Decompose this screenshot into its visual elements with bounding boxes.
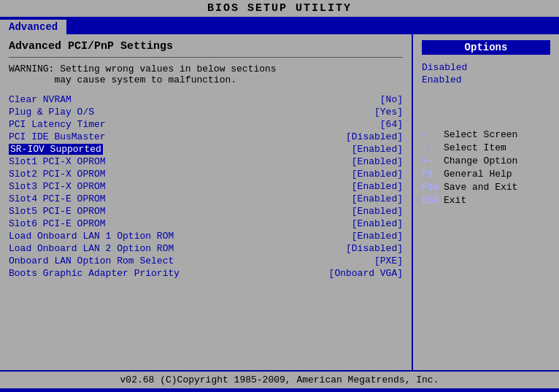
key-row: F1General Help: [422, 169, 550, 180]
setting-row[interactable]: PCI IDE BusMaster[Disabled]: [9, 131, 403, 142]
options-list: DisabledEnabled: [422, 62, 550, 85]
key-row: ↑↓Select Item: [422, 142, 550, 153]
tab-row: Advanced: [0, 17, 559, 34]
setting-name: Load Onboard LAN 1 Option ROM: [9, 231, 174, 242]
setting-name: Slot5 PCI-E OPROM: [9, 206, 106, 217]
setting-row[interactable]: Load Onboard LAN 2 Option ROM[Disabled]: [9, 243, 403, 254]
setting-name: Boots Graphic Adapter Priority: [9, 268, 180, 279]
right-panel: Options DisabledEnabled ↔Select Screen↑↓…: [413, 34, 559, 370]
option-item[interactable]: Disabled: [422, 62, 550, 73]
key-row: ↔Select Screen: [422, 129, 550, 140]
setting-value: [Enabled]: [352, 156, 403, 167]
setting-name: Slot2 PCI-X OPROM: [9, 169, 106, 180]
setting-row[interactable]: Slot4 PCI-E OPROM[Enabled]: [9, 193, 403, 204]
setting-row[interactable]: PCI Latency Timer[64]: [9, 119, 403, 130]
setting-row[interactable]: Load Onboard LAN 1 Option ROM[Enabled]: [9, 231, 403, 242]
setting-value: [Enabled]: [352, 206, 403, 217]
warning-text: WARNING: Setting wrong values in below s…: [9, 64, 403, 85]
title-bar: BIOS SETUP UTILITY: [0, 0, 559, 17]
setting-value: [Disabled]: [346, 243, 403, 254]
options-title: Options: [422, 40, 550, 55]
setting-row[interactable]: SR-IOV Supported[Enabled]: [9, 144, 403, 155]
divider: [9, 57, 403, 58]
key-symbol: ↔: [422, 129, 444, 140]
setting-value: [Onboard VGA]: [329, 268, 403, 279]
key-symbol: F10: [422, 182, 444, 193]
setting-value: [64]: [380, 119, 403, 130]
key-desc: Save and Exit: [444, 182, 517, 193]
setting-name: Slot6 PCI-E OPROM: [9, 218, 106, 229]
setting-row[interactable]: Slot3 PCI-X OPROM[Enabled]: [9, 181, 403, 192]
key-desc: Select Item: [444, 142, 506, 153]
key-symbol: F1: [422, 169, 444, 180]
main-content: Advanced PCI/PnP Settings WARNING: Setti…: [0, 34, 559, 370]
footer-text: v02.68 (C)Copyright 1985-2009, American …: [120, 374, 439, 385]
key-symbol: +-: [422, 155, 444, 166]
key-row: +-Change Option: [422, 155, 550, 166]
key-desc: Change Option: [444, 155, 517, 166]
setting-value: [Enabled]: [352, 144, 403, 155]
setting-value: [Enabled]: [352, 181, 403, 192]
setting-row[interactable]: Slot5 PCI-E OPROM[Enabled]: [9, 206, 403, 217]
key-row: ESCExit: [422, 195, 550, 206]
settings-list: Clear NVRAM[No]Plug & Play O/S[Yes]PCI L…: [9, 94, 403, 279]
tab-advanced[interactable]: Advanced: [0, 20, 66, 34]
section-title: Advanced PCI/PnP Settings: [9, 40, 403, 53]
setting-value: [Enabled]: [352, 231, 403, 242]
setting-name: Slot4 PCI-E OPROM: [9, 193, 106, 204]
setting-row[interactable]: Plug & Play O/S[Yes]: [9, 107, 403, 118]
key-symbol: ↑↓: [422, 142, 444, 153]
setting-name: PCI Latency Timer: [9, 119, 106, 130]
setting-name: SR-IOV Supported: [9, 144, 103, 155]
setting-name: Slot3 PCI-X OPROM: [9, 181, 106, 192]
setting-row[interactable]: Clear NVRAM[No]: [9, 94, 403, 105]
setting-value: [Yes]: [374, 107, 403, 118]
setting-name: Onboard LAN Option Rom Select: [9, 255, 174, 266]
setting-value: [No]: [380, 94, 403, 105]
bios-title: BIOS SETUP UTILITY: [207, 2, 352, 15]
setting-value: [PXE]: [374, 255, 403, 266]
key-desc: General Help: [444, 169, 512, 180]
key-desc: Select Screen: [444, 129, 517, 140]
option-item[interactable]: Enabled: [422, 74, 550, 85]
setting-value: [Enabled]: [352, 169, 403, 180]
left-panel: Advanced PCI/PnP Settings WARNING: Setti…: [0, 34, 413, 370]
setting-name: Load Onboard LAN 2 Option ROM: [9, 243, 174, 254]
key-row: F10Save and Exit: [422, 182, 550, 193]
setting-value: [Enabled]: [352, 218, 403, 229]
footer: v02.68 (C)Copyright 1985-2009, American …: [0, 370, 559, 388]
setting-name: PCI IDE BusMaster: [9, 131, 106, 142]
setting-row[interactable]: Slot2 PCI-X OPROM[Enabled]: [9, 169, 403, 180]
setting-value: [Disabled]: [346, 131, 403, 142]
key-symbol: ESC: [422, 195, 444, 206]
setting-name: Slot1 PCI-X OPROM: [9, 156, 106, 167]
key-help: ↔Select Screen↑↓Select Item+-Change Opti…: [422, 129, 550, 206]
key-desc: Exit: [444, 195, 466, 206]
setting-row[interactable]: Slot6 PCI-E OPROM[Enabled]: [9, 218, 403, 229]
setting-row[interactable]: Onboard LAN Option Rom Select[PXE]: [9, 255, 403, 266]
setting-value: [Enabled]: [352, 193, 403, 204]
setting-row[interactable]: Boots Graphic Adapter Priority[Onboard V…: [9, 268, 403, 279]
setting-name: Clear NVRAM: [9, 94, 72, 105]
setting-row[interactable]: Slot1 PCI-X OPROM[Enabled]: [9, 156, 403, 167]
setting-name: Plug & Play O/S: [9, 107, 94, 118]
